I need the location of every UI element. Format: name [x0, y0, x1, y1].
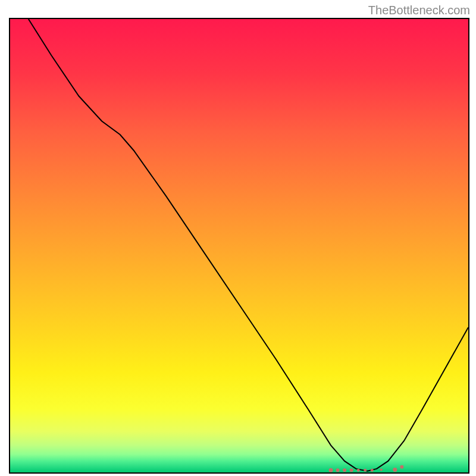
chart-svg [10, 19, 468, 472]
chart-plot-area [9, 18, 469, 474]
data-point [393, 468, 397, 472]
data-point [350, 468, 353, 472]
data-point [364, 469, 367, 472]
data-point [400, 465, 403, 469]
scatter-points-group [329, 465, 404, 472]
data-point [380, 468, 383, 471]
data-point [357, 469, 360, 472]
data-point [329, 468, 333, 472]
data-point [336, 468, 340, 472]
data-point [343, 468, 346, 472]
watermark-text: TheBottleneck.com [368, 4, 470, 17]
bottleneck-curve-line [29, 19, 468, 471]
data-point [371, 469, 374, 472]
